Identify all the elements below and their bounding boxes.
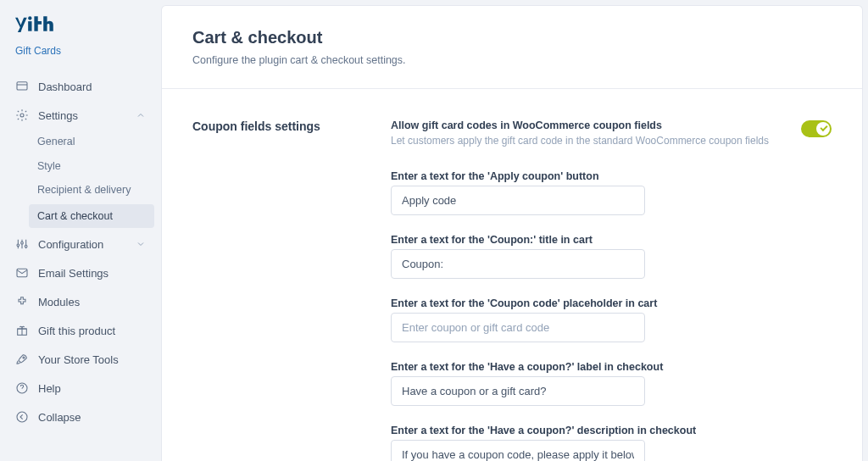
field-label: Enter a text for the 'Coupon:' title in … — [391, 234, 832, 246]
sidebar-item-label: Collapse — [38, 412, 81, 423]
svg-point-5 — [21, 242, 24, 244]
sidebar-item-gift[interactable]: Gift this product — [0, 316, 161, 345]
dashboard-icon — [15, 80, 29, 93]
field-label: Enter a text for the 'Coupon code' place… — [391, 297, 832, 309]
sidebar-item-label: Modules — [38, 297, 80, 308]
sidebar-item-label: Help — [38, 383, 61, 394]
field-have-coupon-label: Enter a text for the 'Have a coupon?' la… — [391, 361, 832, 406]
field-label: Enter a text for the 'Have a coupon?' la… — [391, 361, 832, 373]
field-desc: Let customers apply the gift card code i… — [391, 135, 784, 147]
sidebar-item-label: Settings — [38, 110, 78, 121]
section-heading: Coupon fields settings — [192, 119, 370, 461]
page-description: Configure the plugin cart & checkout set… — [192, 54, 832, 66]
sliders-icon — [15, 237, 29, 251]
svg-point-0 — [28, 16, 31, 19]
divider — [162, 88, 862, 89]
field-label: Enter a text for the 'Apply coupon' butt… — [391, 170, 832, 182]
chevron-up-icon — [136, 110, 146, 120]
have-coupon-desc-input[interactable] — [391, 440, 645, 461]
help-icon — [15, 381, 29, 395]
sidebar-item-label: Email Settings — [38, 268, 108, 279]
field-allow-giftcard: Allow gift card codes in WooCommerce cou… — [391, 119, 832, 147]
sidebar-item-configuration[interactable]: Configuration — [0, 230, 161, 258]
sidebar-item-label: Dashboard — [38, 81, 92, 92]
coupon-title-input[interactable] — [391, 249, 645, 279]
sidebar-item-general[interactable]: General — [22, 130, 161, 154]
svg-point-4 — [17, 244, 19, 247]
sidebar-item-modules[interactable]: Modules — [0, 287, 161, 316]
settings-submenu: General Style Recipient & delivery Cart … — [0, 130, 161, 228]
sidebar-item-email[interactable]: Email Settings — [0, 258, 161, 287]
gear-icon — [15, 108, 29, 122]
puzzle-icon — [15, 295, 29, 308]
allow-giftcard-toggle[interactable] — [801, 120, 832, 137]
coupon-placeholder-input[interactable] — [391, 313, 645, 342]
field-label: Allow gift card codes in WooCommerce cou… — [391, 119, 784, 131]
main-nav: Dashboard Settings General Style Recipie… — [0, 72, 161, 451]
sidebar-item-style[interactable]: Style — [22, 154, 161, 179]
sidebar-item-label: Your Store Tools — [38, 354, 119, 365]
logo — [0, 10, 161, 45]
settings-section: Coupon fields settings Allow gift card c… — [192, 119, 832, 461]
sidebar-item-cart-checkout[interactable]: Cart & checkout — [29, 204, 154, 229]
gift-icon — [15, 324, 29, 337]
sidebar-item-label: Configuration — [38, 239, 103, 250]
sidebar-item-label: Style — [37, 161, 61, 172]
sidebar-item-settings[interactable]: Settings — [0, 101, 161, 130]
svg-point-9 — [23, 357, 25, 358]
sidebar-item-label: General — [37, 136, 75, 147]
field-coupon-placeholder-text: Enter a text for the 'Coupon code' place… — [391, 297, 832, 342]
main-content: Cart & checkout Configure the plugin car… — [161, 5, 863, 461]
field-label: Enter a text for the 'Have a coupon?' de… — [391, 425, 832, 436]
field-apply-button-text: Enter a text for the 'Apply coupon' butt… — [391, 170, 832, 215]
sidebar-item-collapse[interactable]: Collapse — [0, 403, 161, 431]
mail-icon — [15, 266, 29, 280]
sidebar-item-recipient[interactable]: Recipient & delivery — [22, 178, 161, 203]
have-coupon-label-input[interactable] — [391, 376, 645, 406]
field-coupon-title-text: Enter a text for the 'Coupon:' title in … — [391, 234, 832, 279]
collapse-icon — [15, 410, 29, 424]
sidebar-item-dashboard[interactable]: Dashboard — [0, 72, 161, 101]
svg-point-11 — [17, 412, 27, 422]
section-body: Allow gift card codes in WooCommerce cou… — [391, 119, 832, 461]
check-icon — [820, 124, 827, 131]
svg-rect-1 — [28, 21, 31, 31]
page-title: Cart & checkout — [192, 28, 832, 47]
apply-button-text-input[interactable] — [391, 186, 645, 215]
sidebar: Gift Cards Dashboard Settings General St… — [0, 0, 161, 461]
rocket-icon — [15, 353, 29, 366]
sidebar-item-label: Cart & checkout — [37, 211, 113, 222]
sidebar-item-tools[interactable]: Your Store Tools — [0, 345, 161, 374]
field-have-coupon-desc: Enter a text for the 'Have a coupon?' de… — [391, 425, 832, 461]
svg-point-6 — [25, 245, 27, 247]
svg-rect-2 — [17, 82, 27, 90]
sidebar-item-help[interactable]: Help — [0, 374, 161, 403]
chevron-down-icon — [136, 239, 146, 249]
svg-rect-7 — [17, 269, 27, 276]
yith-logo-icon — [15, 14, 59, 34]
sidebar-item-label: Recipient & delivery — [37, 185, 131, 196]
brand-subtitle[interactable]: Gift Cards — [0, 45, 161, 72]
svg-point-3 — [20, 114, 24, 117]
sidebar-item-label: Gift this product — [38, 325, 115, 336]
